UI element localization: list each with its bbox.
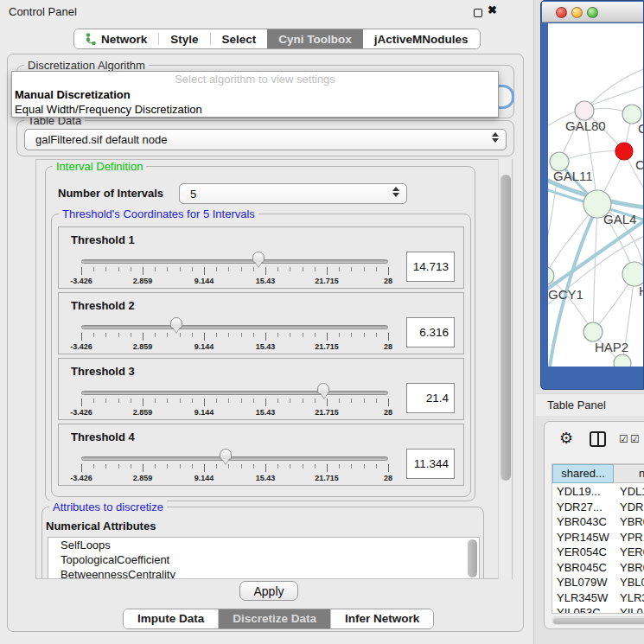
node-hap2[interactable] — [583, 322, 603, 341]
gear-icon[interactable]: ⚙ — [559, 429, 573, 448]
threshold-3-value-field[interactable] — [406, 383, 455, 413]
table-data-value: galFiltered.sif default node — [35, 133, 167, 146]
tick-label: 28 — [384, 474, 392, 482]
node-bottom[interactable] — [614, 354, 631, 367]
tab-style[interactable]: Style — [159, 29, 209, 48]
cell: YBR043C — [552, 514, 614, 530]
table-row[interactable]: YLR345WYLR3 — [552, 590, 644, 606]
tab-cyni-label: Cyni Toolbox — [278, 33, 352, 46]
node-label-gal11: GAL11 — [553, 169, 593, 183]
close-icon[interactable]: ✖ — [488, 3, 497, 16]
tab-select-label: Select — [222, 33, 257, 46]
zoom-traffic-light-icon[interactable] — [587, 7, 598, 18]
slider-thumb[interactable] — [220, 449, 232, 460]
node-attribute-table[interactable]: shared... na YDL19...YDL1 YDR27...YDR2 Y… — [552, 463, 644, 614]
network-window-titlebar[interactable] — [542, 2, 643, 22]
list-scrollbar[interactable] — [468, 539, 477, 577]
tab-jactive-label: jActiveMNodules — [374, 33, 469, 46]
table-row[interactable]: YDL19...YDL1 — [552, 484, 644, 500]
cell: YDL19... — [552, 484, 614, 500]
algorithm-dropdown-popup: Select algorithm to view settings Manual… — [11, 71, 499, 118]
tick-label: 21.715 — [315, 277, 339, 285]
table-row[interactable]: YBL079WYBL0 — [552, 575, 644, 590]
threshold-1-slider[interactable]: -3.426 2.859 9.144 15.43 21.715 28 — [81, 227, 388, 290]
tick-label: 21.715 — [315, 408, 339, 417]
cell: YBR0 — [614, 514, 644, 530]
float-window-icon[interactable] — [474, 9, 482, 17]
table-data-combobox[interactable]: galFiltered.sif default node — [24, 129, 507, 150]
tick-label: 2.859 — [133, 408, 153, 417]
node-label-h: H — [639, 284, 644, 298]
split-columns-icon[interactable] — [590, 431, 606, 447]
node-label-c: C — [635, 157, 644, 172]
checkbox-icon[interactable]: ☑ — [619, 433, 628, 445]
table-header: shared... na — [552, 464, 644, 483]
table-horizontal-scrollbar[interactable] — [552, 616, 644, 625]
apply-button[interactable]: Apply — [239, 581, 298, 601]
attributes-group: Attributes to discretize Numerical Attri… — [41, 507, 484, 579]
dropdown-option-equal-width[interactable]: Equal Width/Frequency Discretization — [12, 102, 498, 117]
cell: YLR345W — [552, 590, 614, 606]
list-item[interactable]: BetweennessCentrality — [48, 567, 479, 579]
checkbox-icon[interactable]: ☑ — [630, 433, 640, 445]
threshold-2-slider[interactable]: -3.426 2.859 9.144 15.43 21.715 28 — [81, 293, 388, 355]
scrollbar-thumb[interactable] — [501, 175, 511, 481]
tab-style-label: Style — [170, 33, 198, 46]
column-header-shared-name[interactable]: shared... — [552, 464, 614, 483]
close-traffic-light-icon[interactable] — [556, 7, 567, 18]
slider-track[interactable] — [81, 259, 388, 264]
cell: YER0 — [614, 545, 644, 560]
tab-select[interactable]: Select — [211, 29, 268, 48]
threshold-4-panel: Threshold 4 -3.426 2.859 9.144 — [58, 424, 464, 486]
table-row[interactable]: YER054CYER0 — [552, 545, 644, 560]
cell: YDR2 — [614, 500, 644, 515]
tab-infer-network[interactable]: Infer Network — [331, 609, 433, 628]
table-row[interactable]: YDR27...YDR2 — [552, 500, 644, 515]
network-canvas[interactable]: GAL80 G C GAL11 GAL4 GCY1 H HAP2 — [548, 23, 644, 367]
threshold-3-slider[interactable]: -3.426 2.859 9.144 15.43 21.715 28 — [81, 359, 388, 421]
threshold-1-value-field[interactable] — [406, 252, 455, 282]
slider-track[interactable] — [81, 325, 388, 329]
table-row[interactable]: YBR045CYBR0 — [552, 560, 644, 576]
tab-jactivemnodules[interactable]: jActiveMNodules — [363, 29, 480, 48]
tick-label: -3.426 — [70, 342, 92, 351]
window-title: Control Panel — [9, 5, 77, 18]
list-item[interactable]: TopologicalCoefficient — [48, 552, 479, 567]
threshold-4-slider[interactable]: -3.426 2.859 9.144 15.43 21.715 28 — [81, 424, 388, 487]
slider-track[interactable] — [81, 456, 388, 461]
number-of-intervals-spinner[interactable]: 5 — [179, 183, 407, 204]
number-of-intervals-label: Number of Intervals — [58, 187, 163, 200]
column-header-name[interactable]: na — [614, 464, 644, 483]
node-label-gcy1: GCY1 — [548, 287, 583, 302]
minimize-traffic-light-icon[interactable] — [571, 7, 583, 18]
threshold-2-value-field[interactable] — [406, 317, 455, 348]
dropdown-option-manual[interactable]: Manual Discretization — [12, 87, 498, 102]
table-row[interactable]: YPR145WYPR1 — [552, 530, 644, 545]
scrollbar-thumb[interactable] — [553, 618, 644, 624]
cell: YPR1 — [614, 530, 644, 545]
node-label-g: G — [638, 121, 644, 136]
node-label-gal80: GAL80 — [565, 118, 606, 133]
list-item[interactable]: SelfLoops — [48, 538, 479, 552]
tab-discretize-data[interactable]: Discretize Data — [219, 609, 331, 628]
node-gal80[interactable] — [575, 101, 594, 120]
cell: YBL079W — [552, 575, 614, 590]
thresholds-group-title: Threshold's Coordinates for 5 Intervals — [59, 207, 258, 220]
slider-major-ticks — [81, 267, 389, 275]
node-partial-h[interactable] — [622, 262, 644, 286]
slider-thumb[interactable] — [317, 383, 329, 394]
slider-track[interactable] — [81, 391, 388, 395]
node-red-selected[interactable] — [615, 143, 633, 160]
tick-label: 28 — [384, 342, 392, 351]
tab-impute-data[interactable]: Impute Data — [124, 609, 219, 628]
table-row[interactable]: YBR043CYBR0 — [552, 514, 644, 530]
tab-network[interactable]: Network — [74, 29, 158, 48]
slider-thumb[interactable] — [252, 252, 265, 263]
numerical-attributes-list[interactable]: SelfLoops TopologicalCoefficient Between… — [48, 537, 480, 579]
settings-scrollbar[interactable] — [498, 159, 512, 579]
table-row[interactable]: YIL053CYIL0 — [552, 605, 644, 614]
slider-thumb[interactable] — [170, 317, 182, 328]
cell: YBR045C — [552, 560, 614, 576]
tab-cyni-toolbox[interactable]: Cyni Toolbox — [267, 29, 363, 48]
threshold-4-value-field[interactable] — [406, 449, 455, 479]
